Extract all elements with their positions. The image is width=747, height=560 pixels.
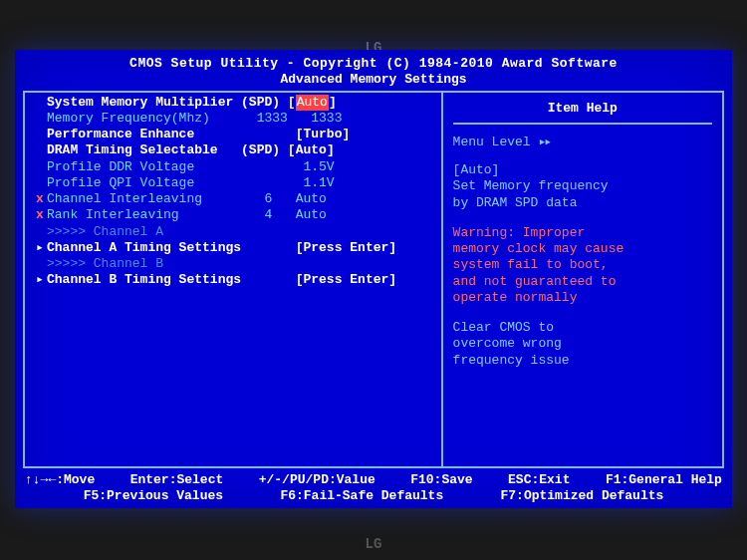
row-channel-b-timing[interactable]: ▸ Channel B Timing Settings [Press Enter… <box>33 272 435 288</box>
clear-line: frequency issue <box>453 353 712 369</box>
monitor-frame: LG CMOS Setup Utility - Copyright (C) 19… <box>0 0 747 560</box>
value: 1.5V <box>303 159 334 175</box>
warn-line: memory clock may cause <box>453 241 712 257</box>
row-sub-channel-b: >>>>> Channel B <box>33 256 435 272</box>
row-perf-enhance[interactable]: Performance Enhance [Turbo] <box>33 127 435 142</box>
label: Channel A Timing Settings <box>47 240 241 256</box>
menu-level: Menu Level ▸▸ <box>453 135 712 150</box>
mid: 6 <box>264 191 272 207</box>
warn-line: Warning: Improper <box>453 225 712 241</box>
help-desc-1: Set Memory frequency <box>453 178 712 194</box>
key-value: +/-/PU/PD:Value <box>259 472 375 488</box>
label: Profile QPI Voltage <box>47 175 194 191</box>
label: >>>>> Channel B <box>47 256 163 272</box>
label: >>>>> Channel A <box>47 224 163 240</box>
mid: 4 <box>264 207 272 223</box>
chevron-right-icon: ▸▸ <box>538 135 550 149</box>
hint: (SPD) <box>241 142 280 158</box>
hint: (SPD) <box>241 95 280 111</box>
help-clear: Clear CMOS to overcome wrong frequency i… <box>453 320 712 369</box>
value: Auto <box>296 142 327 158</box>
x-icon: x <box>33 207 47 223</box>
submenu-icon: ▸ <box>33 240 47 256</box>
value: Press Enter <box>303 240 388 256</box>
value: Auto <box>296 191 327 207</box>
value-selected[interactable]: Auto <box>296 95 329 111</box>
key-enter: Enter:Select <box>130 472 224 488</box>
submenu-icon: ▸ <box>33 272 47 288</box>
help-title: Item Help <box>548 101 618 116</box>
label: Rank Interleaving <box>47 207 179 223</box>
bios-screen: CMOS Setup Utility - Copyright (C) 1984-… <box>15 50 732 508</box>
clear-line: overcome wrong <box>453 336 712 352</box>
row-sub-channel-a: >>>>> Channel A <box>33 224 435 240</box>
panels: System Memory Multiplier (SPD) [Auto] Me… <box>23 91 724 468</box>
key-save: F10:Save <box>410 472 472 488</box>
value: Press Enter <box>303 272 388 288</box>
key-move: ↑↓→←:Move <box>25 472 95 488</box>
settings-panel: System Memory Multiplier (SPD) [Auto] Me… <box>23 91 442 468</box>
help-panel: Item Help Menu Level ▸▸ [Auto] Set Memor… <box>442 91 724 468</box>
label: Channel Interleaving <box>47 191 202 207</box>
key-failsafe: F6:Fail-Safe Defaults <box>280 488 443 504</box>
bios-title: CMOS Setup Utility - Copyright (C) 1984-… <box>23 56 724 72</box>
row-mem-freq: Memory Frequency(Mhz) 1333 1333 <box>33 111 435 127</box>
label: DRAM Timing Selectable <box>47 142 218 158</box>
warn-line: and not guaranteed to <box>453 274 712 290</box>
row-rank-interleaving: x Rank Interleaving 4 Auto <box>33 207 435 223</box>
value: Turbo <box>303 127 342 142</box>
key-exit: ESC:Exit <box>508 472 570 488</box>
label: Channel B Timing Settings <box>47 272 241 288</box>
label: System Memory Multiplier <box>47 95 233 111</box>
help-auto: [Auto] <box>453 162 712 178</box>
key-help: F1:General Help <box>606 472 722 488</box>
bios-subtitle: Advanced Memory Settings <box>23 72 724 88</box>
label: Performance Enhance <box>47 127 194 142</box>
row-ddr-voltage: Profile DDR Voltage 1.5V <box>33 159 435 175</box>
help-desc-2: by DRAM SPD data <box>453 195 712 211</box>
help-warning: Warning: Improper memory clock may cause… <box>453 225 712 306</box>
x-icon: x <box>33 191 47 207</box>
brand-logo-bottom: LG <box>366 536 382 552</box>
row-qpi-voltage: Profile QPI Voltage 1.1V <box>33 175 435 191</box>
mid: 1333 <box>257 111 288 127</box>
clear-line: Clear CMOS to <box>453 320 712 336</box>
row-channel-interleaving: x Channel Interleaving 6 Auto <box>33 191 435 207</box>
label: Memory Frequency(Mhz) <box>47 111 210 127</box>
key-help-footer: ↑↓→←:Move Enter:Select +/-/PU/PD:Value F… <box>23 468 724 505</box>
value: 1333 <box>311 111 342 127</box>
key-optimized: F7:Optimized Defaults <box>501 488 664 504</box>
key-prev: F5:Previous Values <box>84 488 223 504</box>
row-sys-mem-mult[interactable]: System Memory Multiplier (SPD) [Auto] <box>33 95 435 111</box>
value: Auto <box>296 207 327 223</box>
menu-level-label: Menu Level <box>453 135 531 149</box>
warn-line: operate normally <box>453 290 712 306</box>
value: 1.1V <box>303 175 334 191</box>
label: Profile DDR Voltage <box>47 159 194 175</box>
row-dram-timing[interactable]: DRAM Timing Selectable (SPD) [Auto] <box>33 142 435 158</box>
warn-line: system fail to boot, <box>453 257 712 273</box>
row-channel-a-timing[interactable]: ▸ Channel A Timing Settings [Press Enter… <box>33 240 435 256</box>
